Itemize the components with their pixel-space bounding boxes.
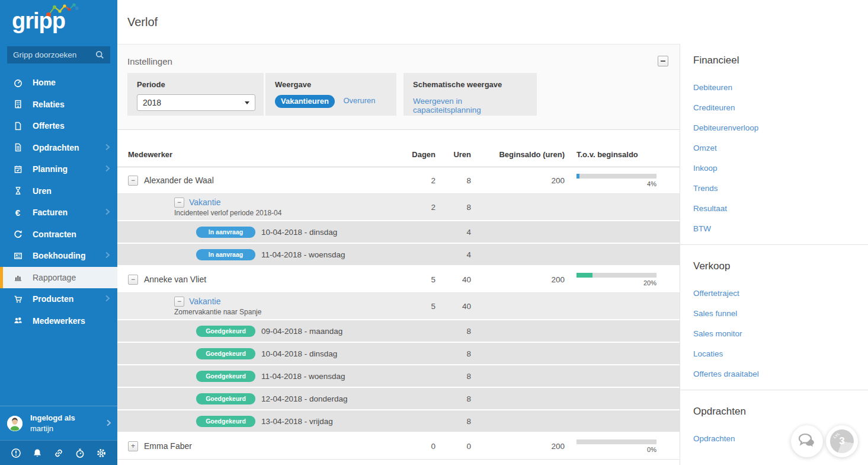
overuren-link[interactable]: Overuren (343, 96, 375, 105)
report-link-debiteuren[interactable]: Debiteuren (693, 83, 855, 93)
periode-label: Periode (137, 80, 254, 89)
gripp-app: gripp Gripp doorzoeken Home Relaties (0, 0, 868, 465)
sidebar-item-planning[interactable]: Planning (0, 158, 117, 180)
chat-bubbles-icon (797, 433, 816, 450)
col-uren: Uren (435, 150, 471, 159)
caret-down-icon (245, 101, 249, 104)
sidebar-item-label: Producten (33, 294, 73, 304)
uren-value: 8 (435, 372, 471, 381)
report-link-offertes-draaitabel[interactable]: Offertes draaitabel (693, 370, 855, 379)
periode-select[interactable]: 2018 (137, 94, 255, 111)
status-badge: Goedgekeurd (196, 393, 255, 405)
table-row-detail: Goedgekeurd 12-04-2018 - donderdag 8 (117, 388, 680, 410)
table-row-employee: − Alexander de Waal 2 8 200 4% (117, 167, 680, 194)
search-icon[interactable] (95, 50, 104, 59)
verlof-table: Medewerker Dagen Uren Beginsaldo (uren) … (117, 130, 680, 465)
sidebar-item-boekhouding[interactable]: Boekhouding (0, 245, 117, 267)
report-link-locaties[interactable]: Locaties (693, 349, 855, 359)
report-link-inkoop[interactable]: Inkoop (693, 164, 855, 173)
expand-row-button[interactable]: + (128, 441, 138, 451)
settings-gear-icon[interactable] (96, 448, 107, 458)
dagen-value: 5 (388, 302, 435, 311)
sidebar-item-label: Relaties (33, 100, 65, 109)
logo-text: gripp (12, 9, 65, 32)
alerts-icon[interactable] (11, 448, 21, 458)
page-header: Verlof (117, 0, 680, 44)
building-icon (12, 99, 24, 109)
report-link-trends[interactable]: Trends (693, 184, 855, 193)
chat-button[interactable] (791, 425, 823, 457)
report-link-sales-monitor[interactable]: Sales monitor (693, 329, 855, 339)
uren-value: 4 (435, 228, 471, 237)
vakantie-link[interactable]: Vakantie (189, 297, 220, 306)
document-icon (12, 142, 24, 152)
minus-icon (661, 60, 665, 62)
collapse-row-button[interactable]: − (174, 297, 184, 307)
report-link-omzet[interactable]: Omzet (693, 144, 855, 153)
report-link-resultaat[interactable]: Resultaat (693, 204, 855, 214)
sidebar-item-home[interactable]: Home (0, 72, 117, 94)
settings-panel: Instellingen Periode 2018 Weergave Vakan… (117, 44, 680, 130)
collapse-settings-button[interactable] (658, 56, 668, 66)
collapse-row-button[interactable]: − (128, 275, 138, 285)
euro-icon: € (12, 208, 24, 217)
dashboard-icon (12, 78, 24, 88)
chevron-right-icon (105, 251, 110, 260)
report-link-debiteurenverloop[interactable]: Debiteurenverloop (693, 123, 855, 133)
uren-value: 40 (435, 302, 471, 311)
sidebar-item-uren[interactable]: Uren (0, 180, 117, 202)
uren-value: 8 (435, 176, 471, 185)
dagen-value: 2 (388, 203, 435, 212)
search-input[interactable]: Gripp doorzoeken (7, 46, 110, 63)
collapse-row-button[interactable]: − (128, 176, 138, 186)
user-name: martijn (30, 423, 75, 434)
chevron-right-icon (105, 143, 110, 152)
logo[interactable]: gripp (0, 0, 117, 46)
collapse-row-button[interactable]: − (174, 198, 184, 208)
chevron-right-icon (105, 208, 110, 217)
report-link-offertetraject[interactable]: Offertetraject (693, 289, 855, 298)
settings-title: Instellingen (127, 44, 670, 66)
links-icon[interactable] (53, 448, 64, 458)
sidebar-menu: Home Relaties Offertes Opdrachten (0, 72, 117, 332)
periode-value: 2018 (143, 98, 161, 107)
vakantie-link[interactable]: Vakantie (189, 198, 220, 207)
avatar (7, 416, 23, 431)
sidebar-item-label: Planning (33, 164, 68, 174)
progress: 20% (576, 273, 658, 286)
sidebar-item-rapportage[interactable]: Rapportage (0, 267, 117, 289)
sidebar-item-label: Uren (33, 186, 52, 196)
level-button[interactable]: LVL 3 (826, 425, 858, 457)
sidebar-item-contracten[interactable]: Contracten (0, 224, 117, 246)
dagen-value: 5 (388, 275, 435, 284)
report-link-btw[interactable]: BTW (693, 224, 855, 234)
sidebar-item-facturen[interactable]: € Facturen (0, 202, 117, 224)
sidebar-item-offertes[interactable]: Offertes (0, 115, 117, 137)
status-badge: Goedgekeurd (196, 416, 255, 427)
hourglass-icon (12, 186, 24, 196)
sidebar-item-label: Offertes (33, 121, 65, 130)
sidebar-item-relaties[interactable]: Relaties (0, 94, 117, 116)
sidebar-item-opdrachten[interactable]: Opdrachten (0, 137, 117, 159)
timer-icon[interactable] (75, 448, 85, 458)
user-menu[interactable]: Ingelogd als martijn (0, 406, 117, 440)
table-row-employee: − Anneke van Vliet 5 40 200 20% (117, 266, 680, 293)
detail-date: 12-04-2018 - donderdag (261, 394, 348, 403)
progress-label: 20% (576, 279, 656, 286)
notifications-icon[interactable] (32, 448, 43, 458)
uren-value: 4 (435, 250, 471, 259)
progress-label: 0% (576, 446, 656, 453)
report-link-crediteuren[interactable]: Crediteuren (693, 103, 855, 113)
sidebar-item-medewerkers[interactable]: Medewerkers (0, 310, 117, 332)
beginsaldo-value: 200 (471, 176, 565, 185)
vakantieuren-toggle[interactable]: Vakantieuren (275, 95, 335, 108)
sidebar-item-label: Facturen (33, 208, 68, 217)
table-row-employee: + Emma Faber 0 0 200 0% (117, 433, 680, 460)
sidebar-item-label: Medewerkers (33, 316, 85, 326)
dagen-value: 0 (388, 442, 435, 451)
col-tov-beginsaldo: T.o.v. beginsaldo (565, 150, 658, 159)
beginsaldo-value: 200 (471, 442, 565, 451)
sidebar-item-producten[interactable]: Producten (0, 288, 117, 310)
report-link-sales-funnel[interactable]: Sales funnel (693, 309, 855, 319)
capaciteitsplanning-link[interactable]: Weergeven in capaciteitsplanning (413, 97, 527, 114)
